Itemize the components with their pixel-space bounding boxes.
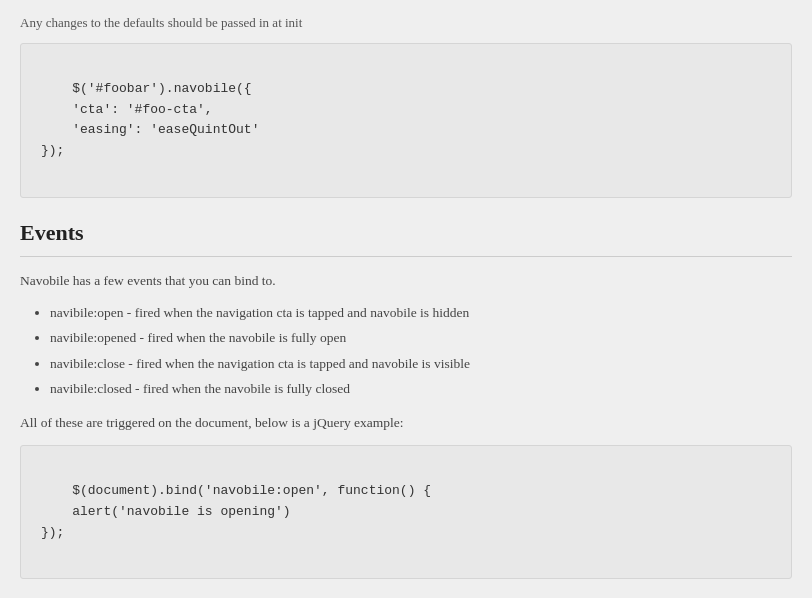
list-item-text: navibile:close - fired when the navigati… [50,356,470,371]
code-block-init-content: $('#foobar').navobile({ 'cta': '#foo-cta… [41,81,259,158]
list-item-text: navibile:closed - fired when the navobil… [50,381,350,396]
list-item: navibile:close - fired when the navigati… [50,354,792,374]
list-item: navibile:closed - fired when the navobil… [50,379,792,399]
page-container: Any changes to the defaults should be pa… [0,0,812,598]
code-block-events: $(document).bind('navobile:open', functi… [20,445,792,579]
code-block-init: $('#foobar').navobile({ 'cta': '#foo-cta… [20,43,792,198]
intro-text: Any changes to the defaults should be pa… [20,10,792,31]
list-item-text: navibile:opened - fired when the navobil… [50,330,346,345]
events-bullet-list: navibile:open - fired when the navigatio… [50,303,792,399]
events-section: Events Navobile has a few events that yo… [20,220,792,434]
events-heading: Events [20,220,792,246]
code-block-events-content: $(document).bind('navobile:open', functi… [41,483,431,540]
events-divider [20,256,792,257]
events-followup-text: All of these are triggered on the docume… [20,413,792,433]
list-item: navibile:opened - fired when the navobil… [50,328,792,348]
events-description: Navobile has a few events that you can b… [20,271,792,291]
list-item: navibile:open - fired when the navigatio… [50,303,792,323]
list-item-text: navibile:open - fired when the navigatio… [50,305,469,320]
